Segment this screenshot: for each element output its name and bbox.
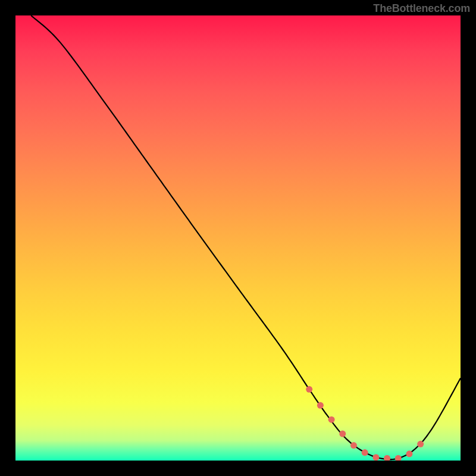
chart-container: TheBottleneck.com [0,0,476,476]
highlight-markers [306,386,424,461]
marker-dot [406,450,412,457]
marker-dot [417,441,424,447]
watermark-text: TheBottleneck.com [373,2,470,15]
marker-dot [384,455,390,461]
marker-dot [306,386,312,393]
plot-area [15,15,461,461]
marker-dot [350,442,357,449]
marker-dot [317,402,324,409]
bottleneck-curve [31,15,461,459]
marker-dot [328,416,335,423]
marker-dot [395,455,402,461]
marker-dot [372,454,379,461]
marker-dot [339,431,346,437]
marker-dot [362,449,368,456]
chart-svg [15,15,461,461]
curve-group [31,15,461,459]
